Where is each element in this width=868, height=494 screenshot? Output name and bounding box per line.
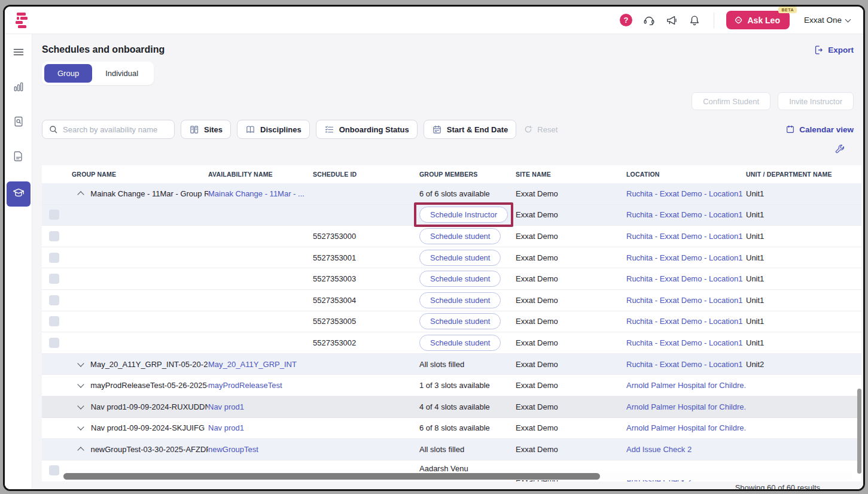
unit-department-name: Unit1: [746, 338, 764, 347]
location-link[interactable]: Add Issue Check 2: [626, 445, 692, 454]
calendar-icon: [432, 125, 442, 135]
table-row: May_20_A11Y_GRP_INT-05-20-202May_20_A11Y…: [42, 354, 861, 375]
location-link[interactable]: Ruchita - Exxat Demo - Location1: [626, 274, 742, 283]
support-headset-icon[interactable]: [642, 13, 656, 28]
vertical-scrollbar-thumb[interactable]: [857, 389, 861, 474]
expand-group-icon[interactable]: [77, 384, 84, 387]
reset-filters-button[interactable]: Reset: [523, 125, 558, 134]
sites-filter-button[interactable]: Sites: [181, 120, 231, 139]
site-name: Exxat Demo: [516, 253, 558, 262]
location-link[interactable]: Ruchita - Exxat Demo - Location1: [626, 210, 742, 219]
site-name: Exxat Demo: [516, 360, 558, 369]
confirm-student-button[interactable]: Confirm Student: [692, 92, 770, 110]
announcements-megaphone-icon[interactable]: [665, 13, 679, 28]
availability-name-link[interactable]: Nav prod1: [208, 402, 244, 411]
calendar-view-button[interactable]: Calendar view: [785, 125, 854, 134]
chevron-down-icon: [845, 16, 851, 22]
schedule-student-button[interactable]: Schedule student: [419, 335, 501, 351]
export-button[interactable]: Export: [814, 45, 854, 55]
schedule-student-button[interactable]: Schedule student: [419, 250, 501, 266]
location-link[interactable]: Ruchita - Exxat Demo - Location1: [626, 360, 742, 369]
group-name: May_20_A11Y_GRP_INT-05-20-202: [90, 360, 208, 369]
account-label: Exxat One: [804, 16, 842, 25]
row-checkbox[interactable]: [49, 338, 59, 348]
row-checkbox[interactable]: [49, 295, 59, 305]
search-input[interactable]: [63, 125, 168, 134]
account-menu[interactable]: Exxat One: [804, 16, 850, 25]
ask-leo-button[interactable]: Ask Leo BETA: [726, 11, 790, 29]
schedules-table: GROUP NAMEAVAILABILITY NAMESCHEDULE IDGR…: [42, 165, 861, 481]
availability-name-link[interactable]: Nav prod1: [208, 423, 244, 432]
group-members-text: 6 of 6 slots available: [419, 189, 490, 198]
page-title: Schedules and onboarding: [42, 44, 165, 55]
sidebar-item-menu[interactable]: [7, 43, 31, 64]
help-icon[interactable]: ?: [619, 13, 634, 28]
export-icon: [814, 45, 824, 55]
collapse-group-icon[interactable]: [77, 446, 84, 453]
schedule-id: 5527353005: [313, 317, 356, 326]
book-icon: [245, 125, 255, 135]
table-row: 5527353005Schedule studentExxat DemoRuch…: [42, 311, 861, 333]
schedule-student-button[interactable]: Schedule student: [419, 271, 501, 287]
unit-department-name: Unit1: [746, 274, 764, 283]
table-row: Schedule InstructorExxat DemoRuchita - E…: [42, 205, 861, 226]
location-link[interactable]: Ruchita - Exxat Demo - Location1: [626, 189, 742, 198]
location-link[interactable]: Arnold Palmer Hospital for Childre...: [626, 402, 746, 411]
location-link[interactable]: Arnold Palmer Hospital for Childre...: [626, 423, 746, 432]
location-link[interactable]: Ruchita - Exxat Demo - Location1: [626, 317, 742, 326]
location-link[interactable]: Ruchita - Exxat Demo - Location1: [626, 253, 742, 262]
expand-group-icon[interactable]: [77, 363, 84, 366]
expand-group-icon[interactable]: [77, 405, 85, 408]
topbar-actions: ?: [619, 11, 864, 29]
table-row: 5527353001Schedule studentExxat DemoRuch…: [42, 247, 861, 269]
location-link[interactable]: Arnold Palmer Hospital for Childre...: [626, 381, 746, 390]
date-range-filter-button[interactable]: Start & End Date: [424, 120, 517, 139]
table-row: 5527353002Schedule studentExxat DemoRuch…: [42, 332, 861, 354]
availability-name-link[interactable]: mayProdReleaseTest: [208, 381, 282, 390]
schedule-student-button[interactable]: Schedule student: [419, 313, 501, 329]
document-report-icon: [13, 150, 25, 165]
tab-group[interactable]: Group: [44, 64, 92, 83]
customize-columns-wrench-icon[interactable]: [834, 144, 845, 157]
tab-individual[interactable]: Individual: [92, 64, 151, 83]
collapse-group-icon[interactable]: [77, 190, 84, 197]
availability-name-link[interactable]: May_20_A11Y_GRP_INT: [208, 360, 297, 369]
results-count: Showing 60 of 60 results: [735, 483, 820, 489]
row-checkbox[interactable]: [49, 316, 59, 326]
schedule-instructor-button[interactable]: Schedule Instructor: [419, 207, 508, 223]
location-link[interactable]: Ruchita - Exxat Demo - Location1: [626, 296, 742, 305]
horizontal-scrollbar-thumb[interactable]: [63, 473, 600, 480]
horizontal-scrollbar[interactable]: [63, 472, 852, 480]
expand-group-icon[interactable]: [77, 426, 85, 429]
site-name: Exxat Demo: [516, 296, 558, 305]
invite-instructor-button[interactable]: Invite Instructor: [778, 92, 854, 110]
table-header-row: GROUP NAMEAVAILABILITY NAMESCHEDULE IDGR…: [42, 165, 861, 183]
unit-department-name: Unit1: [746, 210, 764, 219]
disciplines-filter-button[interactable]: Disciplines: [237, 120, 310, 139]
top-bar: ?: [5, 7, 863, 34]
site-name: Exxat Demo: [516, 317, 558, 326]
sidebar-item-search-documents[interactable]: [7, 112, 31, 134]
column-header: GROUP NAME: [72, 165, 208, 183]
notifications-bell-icon[interactable]: [687, 13, 702, 28]
column-header: SITE NAME: [516, 165, 626, 183]
row-checkbox[interactable]: [49, 253, 59, 263]
schedule-student-button[interactable]: Schedule student: [419, 292, 501, 308]
row-checkbox[interactable]: [49, 465, 59, 475]
group-members-text: 6 of 8 slots available: [419, 423, 490, 432]
row-checkbox[interactable]: [49, 231, 59, 241]
sidebar-item-documents[interactable]: [7, 147, 31, 168]
availability-name-link[interactable]: Mainak Change - 11Mar - ...: [208, 189, 304, 198]
group-members-text: 4 of 4 slots available: [419, 402, 490, 411]
location-link[interactable]: Ruchita - Exxat Demo - Location1: [626, 232, 742, 241]
schedule-student-button[interactable]: Schedule student: [419, 228, 501, 244]
sidebar-item-analytics[interactable]: [7, 77, 31, 99]
group-name: Nav prod1-09-09-2024-SKJUIFG: [91, 423, 205, 432]
availability-name-link[interactable]: newGroupTest: [208, 445, 258, 454]
exxat-logo-icon[interactable]: [14, 12, 30, 29]
row-checkbox[interactable]: [49, 210, 59, 220]
sidebar-item-schedules[interactable]: [7, 181, 31, 207]
row-checkbox[interactable]: [49, 274, 59, 284]
location-link[interactable]: Ruchita - Exxat Demo - Location1: [626, 338, 742, 347]
onboarding-status-filter-button[interactable]: Onboarding Status: [316, 120, 418, 139]
